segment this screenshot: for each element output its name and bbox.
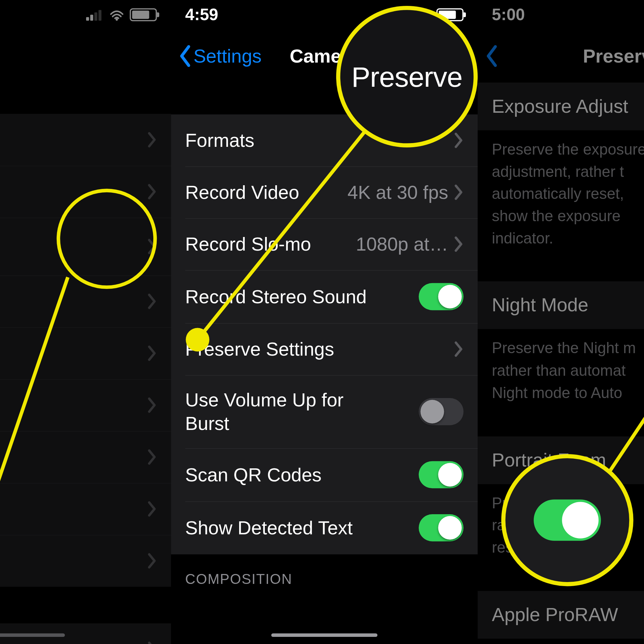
chevron-right-icon	[147, 553, 157, 569]
row-label: Record Video	[185, 181, 299, 204]
wifi-icon	[108, 8, 125, 21]
wifi-icon	[415, 8, 432, 21]
row-apple-proraw: Apple ProRAW	[478, 591, 644, 638]
clock: 4:59	[185, 5, 218, 24]
row-stereo-sound: Record Stereo Sound	[171, 270, 478, 323]
section-header-composition: COMPOSITION	[171, 554, 478, 594]
chevron-right-icon	[147, 397, 157, 413]
row-label: Record Stereo Sound	[185, 285, 367, 309]
footer-proraw: Preserve the Apple	[478, 638, 644, 644]
statusbar	[0, 0, 171, 29]
settings-row[interactable]	[0, 114, 171, 166]
screen-preserve-settings: 5:00 Preserve Se Exposure Adjust Preserv…	[478, 0, 644, 644]
chevron-right-icon	[454, 132, 463, 148]
chevron-right-icon	[147, 132, 157, 148]
settings-row[interactable]	[0, 431, 171, 483]
screen-camera-settings: 4:59 Settings Camera Formats Record Vide…	[171, 0, 478, 644]
cellular-icon	[86, 9, 104, 21]
footer-night-mode: Preserve the Night m rather than automat…	[478, 329, 644, 418]
settings-row[interactable]	[0, 379, 171, 431]
clock: 5:00	[492, 5, 525, 24]
row-formats[interactable]: Formats	[171, 114, 478, 166]
settings-row-camera[interactable]: Camera	[0, 218, 171, 276]
row-label: Show Detected Text	[185, 516, 353, 540]
toggle-scan-qr[interactable]	[419, 461, 464, 488]
camera-settings-list: Formats Record Video 4K at 30 fps Record…	[171, 114, 478, 554]
statusbar: 5:00	[478, 0, 644, 29]
toggle-stereo-sound[interactable]	[419, 283, 464, 310]
statusbar: 4:59	[171, 0, 478, 29]
chevron-right-icon	[147, 345, 157, 361]
chevron-right-icon	[147, 183, 157, 200]
row-detail: 4K at 30 fps	[348, 181, 454, 203]
toggle-volume-up-burst[interactable]	[419, 398, 464, 425]
svg-point-4	[422, 18, 425, 21]
settings-row[interactable]	[0, 327, 171, 379]
cellular-icon	[393, 9, 410, 21]
svg-point-0	[116, 18, 118, 21]
row-night-mode: Night Mode	[478, 282, 644, 329]
screen-settings: Settings Camera s enter ider	[0, 0, 171, 644]
toggle-detected-text[interactable]	[419, 514, 464, 541]
chevron-right-icon	[147, 641, 157, 644]
navbar: Preserve Se	[478, 29, 644, 82]
home-indicator[interactable]	[0, 633, 65, 637]
row-label: Formats	[185, 129, 254, 152]
chevron-right-icon	[147, 238, 157, 255]
settings-list: Camera s enter	[0, 114, 171, 587]
page-title: Settings	[0, 29, 171, 77]
row-detail: 1080p at…	[356, 233, 454, 255]
footer-exposure: Preserve the exposure adjustment, rather…	[478, 130, 644, 264]
settings-row[interactable]: s	[0, 483, 171, 535]
row-volume-up-burst: Use Volume Up for Burst	[171, 375, 478, 448]
footer-portrait-zoom: Preserve the Portra rather than automat …	[478, 484, 644, 573]
row-label: Scan QR Codes	[185, 463, 322, 486]
page-title: Camera	[171, 45, 478, 67]
chevron-right-icon	[454, 184, 463, 200]
row-label: Use Volume Up for Burst	[185, 388, 374, 435]
row-record-video[interactable]: Record Video 4K at 30 fps	[171, 166, 478, 218]
battery-icon	[130, 8, 157, 21]
chevron-right-icon	[454, 341, 463, 357]
row-detected-text: Show Detected Text	[171, 501, 478, 554]
home-indicator[interactable]	[271, 633, 378, 637]
page-title: Preserve Se	[478, 45, 644, 67]
chevron-right-icon	[147, 501, 157, 517]
row-label: Record Slo-mo	[185, 232, 311, 256]
settings-row[interactable]	[0, 166, 171, 218]
row-record-slomo[interactable]: Record Slo-mo 1080p at…	[171, 218, 478, 270]
row-exposure-adjustment: Exposure Adjust	[478, 83, 644, 130]
row-portrait-zoom: Portrait Zoom	[478, 436, 644, 484]
row-preserve-settings[interactable]: Preserve Settings	[171, 323, 478, 375]
settings-row[interactable]	[0, 275, 171, 327]
settings-row[interactable]: enter	[0, 535, 171, 587]
battery-icon	[436, 8, 464, 21]
chevron-right-icon	[147, 449, 157, 465]
row-label: Preserve Settings	[185, 337, 334, 361]
chevron-right-icon	[454, 236, 463, 252]
navbar: Settings Camera	[171, 29, 478, 82]
chevron-right-icon	[147, 293, 157, 309]
row-scan-qr: Scan QR Codes	[171, 448, 478, 501]
